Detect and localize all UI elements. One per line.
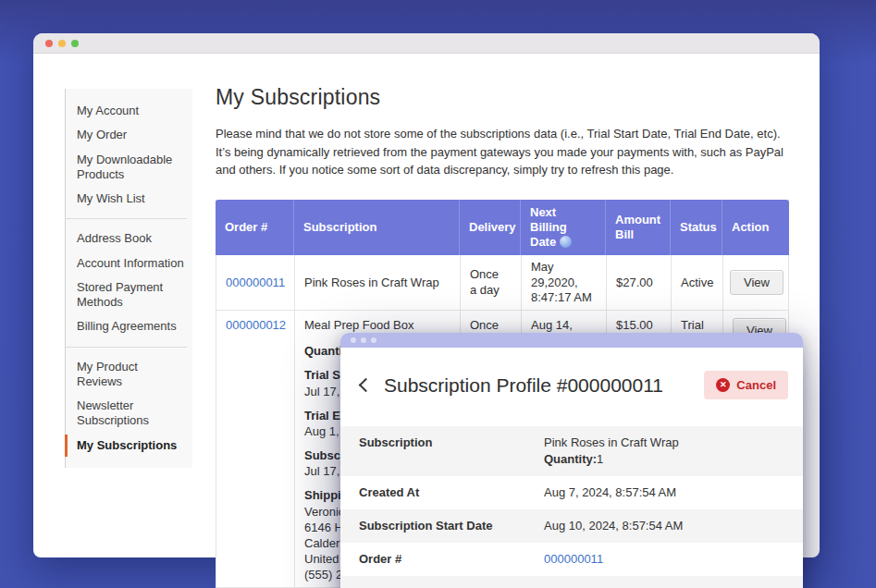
profile-row-subscription: Subscription Pink Roses in Craft Wrap Qu… [340,426,803,476]
sidebar-item-my-account[interactable]: My Account [66,99,192,123]
view-button[interactable]: View [730,270,783,295]
minimize-window-button[interactable] [58,40,66,47]
window-titlebar [33,33,820,54]
sidebar-item-newsletter-subscriptions[interactable]: Newsletter Subscriptions [66,394,192,434]
sidebar-item-my-wish-list[interactable]: My Wish List [66,187,192,211]
col-next-billing-date: Next Billing Date [521,200,606,256]
col-order-number: Order # [216,200,294,256]
sidebar-item-my-subscriptions[interactable]: My Subscriptions [66,434,192,458]
col-amount-bill: Amount Bill [606,200,671,256]
profile-row-partial [340,576,803,588]
sidebar-divider [66,218,187,219]
col-delivery: Delivery [460,200,521,256]
cancel-button[interactable]: ✕ Cancel [704,371,788,399]
sidebar-item-billing-agreements[interactable]: Billing Agreements [66,314,192,338]
page-title: My Subscriptions [216,85,789,110]
order-link[interactable]: 000000012 [226,318,286,332]
profile-row-order: Order # 000000011 [340,543,803,576]
sidebar-divider [66,347,187,348]
modal-window-dot [361,337,366,343]
sidebar-item-my-downloadable-products[interactable]: My Downloadable Products [66,148,192,188]
col-subscription: Subscription [294,200,460,256]
sidebar-item-my-order[interactable]: My Order [66,123,192,147]
back-icon[interactable] [359,378,374,393]
order-link[interactable]: 000000011 [544,552,603,566]
modal-header: Subscription Profile #000000011 ✕ Cancel [340,348,803,419]
subscription-name: Pink Roses in Craft Wrap [304,276,439,290]
sidebar-item-account-information[interactable]: Account Information [66,251,192,276]
profile-row-created-at: Created At Aug 7, 2024, 8:57:54 AM [340,476,803,509]
info-tooltip-icon[interactable] [560,236,572,248]
order-link[interactable]: 000000011 [226,276,285,290]
subscription-profile-modal: Subscription Profile #000000011 ✕ Cancel… [340,333,803,588]
account-sidebar: My Account My Order My Downloadable Prod… [65,89,192,468]
col-action: Action [722,200,789,256]
modal-window-dot [371,337,376,343]
modal-titlebar [340,333,803,348]
profile-details: Subscription Pink Roses in Craft Wrap Qu… [340,426,803,588]
table-header-row: Order # Subscription Delivery Next Billi… [216,200,789,256]
profile-subscription-name: Pink Roses in Craft Wrap [544,435,679,451]
cancel-x-icon: ✕ [716,378,730,392]
sidebar-item-stored-payment-methods[interactable]: Stored Payment Methods [66,276,192,315]
subscription-name: Meal Prep Food Box [304,318,414,332]
amount-cell: $27.00 [607,255,672,310]
delivery-cell: Once a day [461,255,522,310]
table-row: 000000011 Pink Roses in Craft Wrap Once … [216,255,788,311]
status-cell: Active [672,255,723,310]
modal-title: Subscription Profile #000000011 [384,374,663,397]
col-status: Status [671,200,722,256]
zoom-window-button[interactable] [71,40,79,47]
close-window-button[interactable] [45,40,53,47]
sidebar-item-address-book[interactable]: Address Book [66,227,192,251]
sidebar-item-my-product-reviews[interactable]: My Product Reviews [66,355,192,395]
profile-row-start-date: Subscription Start Date Aug 10, 2024, 8:… [340,509,803,543]
intro-text: Please mind that we do not store some of… [216,125,789,179]
next-billing-cell: May 29,2020, 8:47:17 AM [522,255,607,310]
modal-window-dot [351,337,356,343]
